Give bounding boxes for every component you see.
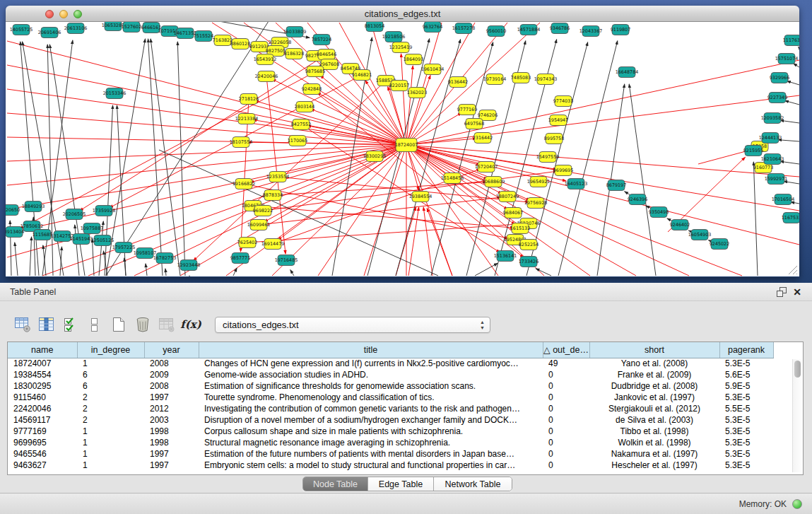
graph-node[interactable]: 18849293	[22, 201, 45, 212]
graph-edge[interactable]	[787, 81, 799, 85]
table-cell-in_degree[interactable]: 1	[77, 358, 144, 369]
graph-node[interactable]: 19654921	[527, 177, 551, 187]
tab-node-table[interactable]: Node Table	[303, 477, 368, 491]
graph-node[interactable]: 16033809	[283, 27, 307, 37]
graph-node[interactable]: 10975887	[81, 223, 104, 234]
graph-node[interactable]: 8679197	[606, 180, 626, 191]
graph-node[interactable]: 9777169	[457, 105, 477, 115]
graph-node[interactable]: 2316442	[473, 133, 493, 144]
table-cell-name[interactable]: 9699695	[8, 437, 77, 448]
graph-node[interactable]: 9350498	[649, 207, 669, 218]
graph-node[interactable]: 9698222	[253, 206, 273, 216]
graph-edge[interactable]	[47, 45, 53, 276]
graph-node[interactable]: 15720407	[475, 162, 498, 173]
table-row[interactable]: 1830029562008Estimation of significance …	[8, 380, 773, 392]
graph-node[interactable]: 18724007	[395, 139, 418, 152]
table-cell-name[interactable]: 22420046	[8, 403, 77, 414]
graph-node[interactable]: 9246402	[670, 220, 690, 230]
graph-node[interactable]: 16543912	[254, 54, 277, 65]
table-cell-in_degree[interactable]: 2	[77, 403, 144, 414]
graph-edge[interactable]	[794, 64, 799, 67]
table-cell-name[interactable]: 9777169	[8, 426, 77, 437]
table-cell-year[interactable]: 2008	[144, 380, 199, 392]
graph-node[interactable]: 16405123	[565, 179, 588, 189]
column-header-year[interactable]: year	[144, 342, 199, 358]
graph-node[interactable]: 18300295	[363, 151, 387, 162]
zoom-window-button[interactable]	[73, 10, 82, 18]
table-cell-pagerank[interactable]: 5.5E-5	[719, 403, 773, 414]
table-row[interactable]: 977716911998Corpus callosum shape and si…	[8, 426, 773, 437]
graph-edge[interactable]	[20, 42, 39, 276]
table-row[interactable]: 1938455462009Genome-wide association stu…	[8, 369, 773, 380]
table-cell-pagerank[interactable]: 5.3E-5	[719, 414, 773, 426]
graph-edge[interactable]	[247, 142, 406, 145]
table-cell-in_degree[interactable]: 1	[77, 448, 144, 460]
table-settings-button[interactable]	[14, 315, 31, 334]
graph-node[interactable]: 6497568	[464, 119, 484, 129]
column-header-out_de[interactable]: △ out_de…	[543, 342, 589, 358]
graph-node[interactable]: 12093582	[761, 113, 784, 124]
graph-node[interactable]: 8215955	[743, 146, 763, 156]
table-cell-title[interactable]: Investigating the contribution of common…	[199, 403, 543, 414]
table-cell-in_degree[interactable]: 6	[77, 369, 144, 380]
graph-node[interactable]: 14055725	[10, 25, 33, 35]
graph-edge[interactable]	[80, 54, 326, 211]
table-cell-year[interactable]: 1997	[144, 392, 199, 403]
table-cell-short[interactable]: Franke et al. (2009)	[589, 369, 719, 380]
graph-node[interactable]: 8427552	[291, 119, 311, 130]
tab-edge-table[interactable]: Edge Table	[368, 477, 434, 491]
table-cell-name[interactable]: 19384554	[8, 369, 77, 380]
graph-node[interactable]: 16099461	[247, 220, 271, 230]
graph-edge[interactable]	[406, 60, 799, 145]
table-cell-title[interactable]: Genome-wide association studies in ADHD.	[199, 369, 543, 380]
graph-node[interactable]: 9146821	[352, 70, 372, 81]
graph-node[interactable]: 9632764	[423, 22, 442, 33]
memory-ok-icon[interactable]	[792, 499, 802, 509]
graph-node[interactable]: 2803144	[295, 102, 314, 112]
table-row[interactable]: 946362711997Embryonic stem cells: a mode…	[8, 460, 773, 471]
table-cell-in_degree[interactable]: 1	[77, 426, 144, 437]
table-cell-in_degree[interactable]: 6	[77, 380, 144, 392]
graph-edge[interactable]	[406, 76, 430, 145]
graph-node[interactable]: 9136442	[448, 77, 468, 88]
table-cell-name[interactable]: 18300295	[8, 380, 77, 392]
graph-node[interactable]: 19166822	[233, 179, 256, 189]
graph-node[interactable]: 7857224	[312, 35, 331, 45]
graph-edge[interactable]	[247, 224, 522, 243]
graph-node[interactable]: 9329966	[770, 73, 789, 83]
graph-node[interactable]: 18107554	[230, 137, 253, 148]
table-cell-title[interactable]: Embryonic stem cells: a model to study s…	[199, 460, 543, 471]
graph-node[interactable]: 19218506	[382, 32, 406, 42]
graph-node[interactable]: 11451943	[70, 234, 93, 245]
graph-edge[interactable]	[30, 237, 32, 276]
graph-node[interactable]: 12043367	[579, 26, 603, 37]
graph-node[interactable]: 15148456	[441, 173, 464, 184]
table-cell-out_de[interactable]: 0	[543, 380, 589, 392]
graph-edge[interactable]	[253, 206, 514, 228]
delete-table-button[interactable]	[158, 315, 175, 334]
table-cell-year[interactable]: 2012	[144, 403, 199, 414]
graph-node[interactable]: 15992971	[765, 174, 788, 185]
table-cell-pagerank[interactable]: 5.3E-5	[719, 437, 773, 448]
graph-edge[interactable]	[15, 243, 18, 276]
network-window[interactable]: citations_edges.txt 18300295716382288601…	[6, 6, 799, 277]
graph-node[interactable]: 1733426	[519, 257, 539, 267]
graph-node[interactable]: 15136141	[494, 251, 517, 262]
graph-edge[interactable]	[318, 145, 406, 276]
graph-node[interactable]: 9227349	[767, 93, 787, 103]
graph-node[interactable]: 9245022	[710, 239, 729, 250]
table-cell-pagerank[interactable]: 5.3E-5	[719, 392, 773, 403]
column-header-in_degree[interactable]: in_degree	[77, 342, 144, 358]
table-cell-pagerank[interactable]: 5.9E-5	[719, 380, 773, 392]
column-header-pagerank[interactable]: pagerank	[719, 342, 773, 358]
table-cell-short[interactable]: Hescheler et al. (1997)	[589, 460, 719, 471]
graph-node[interactable]: 1115685	[33, 230, 52, 240]
graph-edge[interactable]	[698, 150, 750, 164]
graph-node[interactable]: 7515524	[194, 31, 213, 42]
column-header-short[interactable]: short	[589, 342, 719, 358]
table-cell-out_de[interactable]: 0	[543, 392, 589, 403]
graph-node[interactable]: 17957225	[112, 243, 136, 253]
table-cell-short[interactable]: Stergiakouli et al. (2012)	[589, 403, 719, 414]
table-cell-title[interactable]: Structural magnetic resonance image aver…	[199, 437, 543, 448]
graph-node[interactable]: 1954947	[548, 115, 568, 126]
